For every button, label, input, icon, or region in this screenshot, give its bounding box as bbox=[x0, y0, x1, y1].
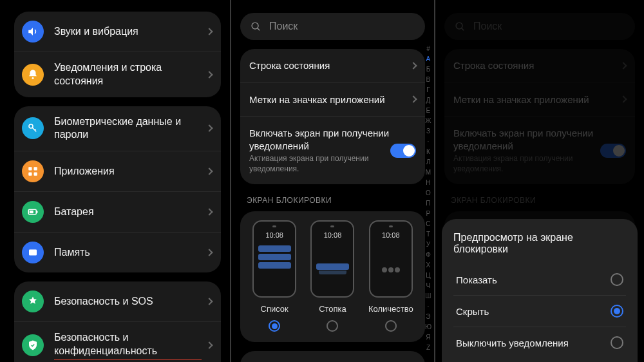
settings-group: Биометрические данные и паролиПриложения… bbox=[14, 106, 221, 273]
sheet-option[interactable]: Показать bbox=[453, 264, 626, 295]
alpha-index-letter[interactable]: М bbox=[425, 167, 431, 178]
radio-button[interactable] bbox=[327, 320, 338, 332]
alpha-index-letter[interactable]: · bbox=[425, 301, 431, 312]
alpha-index-letter[interactable]: У bbox=[425, 240, 431, 250]
alphabet-index[interactable]: #АБВГДЕЖЗ·КЛМНОПРСТУФХЦЧШ·ЭЮЯZ bbox=[425, 44, 431, 353]
chevron-right-icon bbox=[410, 96, 417, 103]
settings-row-label: Приложения bbox=[54, 165, 202, 178]
settings-row-label: Память bbox=[54, 246, 202, 260]
alpha-index-letter[interactable]: Г bbox=[425, 85, 431, 95]
lockscreen-style-option[interactable]: 10:08Стопка bbox=[304, 220, 361, 332]
alpha-index-letter[interactable]: Я bbox=[425, 332, 431, 343]
settings-group: Безопасность и SOSБезопасность и конфиде… bbox=[14, 281, 221, 362]
svg-rect-7 bbox=[37, 211, 38, 213]
alpha-index-letter[interactable]: З bbox=[425, 126, 431, 137]
lockscreen-style-option[interactable]: 10:08Список bbox=[245, 220, 303, 332]
alpha-index-letter[interactable]: Б bbox=[425, 64, 431, 75]
alpha-index-letter[interactable]: К bbox=[425, 147, 431, 157]
settings-row-bell[interactable]: Уведомления и строка состояния bbox=[14, 52, 221, 97]
settings-row-sos[interactable]: Безопасность и SOS bbox=[14, 281, 221, 321]
alpha-index-letter[interactable]: Z bbox=[425, 343, 431, 353]
sheet-option[interactable]: Выключить уведомления bbox=[453, 327, 626, 358]
chevron-right-icon bbox=[205, 342, 213, 349]
settings-row[interactable]: Включать экран при получении уведомлений… bbox=[240, 116, 425, 184]
alpha-index-letter[interactable]: О bbox=[425, 188, 431, 198]
alpha-index-letter[interactable]: Р bbox=[425, 209, 431, 219]
alpha-index-letter[interactable]: Ц bbox=[425, 271, 431, 281]
alpha-index-letter[interactable]: Л bbox=[425, 157, 431, 167]
search-placeholder: Поиск bbox=[269, 21, 298, 32]
alpha-index-letter[interactable]: Н bbox=[425, 178, 431, 188]
row-title: Включать экран при получении уведомлений bbox=[249, 127, 390, 152]
settings-row[interactable]: Включать экран при получении уведомлений… bbox=[444, 116, 635, 184]
style-label: Список bbox=[261, 304, 289, 314]
lockscreen-preview-row[interactable]: Предпросмотр на экране блокировки Скрыть bbox=[240, 351, 425, 362]
chevron-right-icon bbox=[410, 62, 417, 69]
settings-row-label: Биометрические данные и пароли bbox=[54, 115, 202, 142]
alpha-index-letter[interactable]: А bbox=[425, 54, 431, 64]
alpha-index-letter[interactable]: П bbox=[425, 198, 431, 209]
settings-row-shield[interactable]: Безопасность и конфиденциальность bbox=[14, 321, 221, 362]
svg-point-15 bbox=[456, 23, 462, 29]
row-title: Метки на значках приложений bbox=[453, 93, 616, 106]
memory-icon bbox=[22, 242, 44, 263]
settings-row[interactable]: Строка состояния bbox=[444, 49, 635, 82]
alpha-index-letter[interactable]: Ю bbox=[425, 322, 431, 332]
settings-row-label: Безопасность и конфиденциальность bbox=[54, 331, 202, 360]
toggle-switch[interactable] bbox=[390, 144, 416, 158]
search-input[interactable]: Поиск bbox=[240, 13, 425, 40]
alpha-index-letter[interactable]: Ш bbox=[425, 291, 431, 301]
svg-rect-10 bbox=[29, 250, 37, 252]
settings-row-battery[interactable]: Батарея bbox=[14, 191, 221, 232]
lockscreen-style-option[interactable]: 10:08Количество bbox=[362, 220, 419, 332]
alpha-index-letter[interactable]: Х bbox=[425, 260, 431, 271]
settings-row-key[interactable]: Биометрические данные и пароли bbox=[14, 106, 221, 151]
shield-icon bbox=[22, 334, 44, 356]
settings-row-sound[interactable]: Звуки и вибрация bbox=[14, 12, 221, 52]
svg-rect-2 bbox=[28, 167, 32, 170]
chevron-right-icon bbox=[205, 28, 213, 35]
alpha-index-letter[interactable]: Т bbox=[425, 229, 431, 240]
alpha-index-letter[interactable]: Ф bbox=[425, 250, 431, 260]
alpha-index-letter[interactable]: В bbox=[425, 75, 431, 85]
preview-options-sheet: Предпросмотр на экране блокировки Показа… bbox=[442, 219, 638, 362]
sheet-option[interactable]: Скрыть bbox=[453, 295, 626, 327]
svg-point-13 bbox=[252, 23, 258, 29]
row-title: Включать экран при получении уведомлений bbox=[453, 127, 600, 152]
row-title: Строка состояния bbox=[249, 59, 406, 72]
svg-rect-5 bbox=[34, 173, 37, 176]
alpha-index-letter[interactable]: Э bbox=[425, 312, 431, 322]
alpha-index-letter[interactable]: С bbox=[425, 219, 431, 229]
alpha-index-letter[interactable]: Д bbox=[425, 95, 431, 106]
option-label: Показать bbox=[456, 274, 497, 285]
settings-scroll[interactable]: Звуки и вибрацияУведомления и строка сос… bbox=[0, 0, 230, 362]
svg-line-16 bbox=[462, 28, 464, 30]
radio-button[interactable] bbox=[611, 273, 623, 286]
svg-point-0 bbox=[32, 77, 34, 79]
chevron-right-icon bbox=[620, 62, 627, 69]
alpha-index-letter[interactable]: Ч bbox=[425, 281, 431, 291]
notifications-panel: Поиск Строка состоянияМетки на значках п… bbox=[230, 0, 434, 362]
settings-row[interactable]: Метки на значках приложений bbox=[444, 82, 635, 117]
settings-row-apps[interactable]: Приложения bbox=[14, 151, 221, 191]
settings-row[interactable]: Метки на значках приложений bbox=[240, 82, 425, 117]
search-input[interactable]: Поиск bbox=[444, 13, 635, 40]
radio-button[interactable] bbox=[385, 320, 397, 332]
settings-row-memory[interactable]: Память bbox=[14, 232, 221, 272]
search-icon bbox=[251, 21, 261, 32]
toggle-switch[interactable] bbox=[600, 144, 626, 158]
alpha-index-letter[interactable]: # bbox=[425, 44, 431, 54]
settings-row[interactable]: Строка состояния bbox=[240, 49, 425, 82]
alpha-index-letter[interactable]: · bbox=[425, 137, 431, 147]
alpha-index-letter[interactable]: Е bbox=[425, 106, 431, 116]
chevron-right-icon bbox=[205, 125, 213, 132]
apps-icon bbox=[22, 160, 44, 182]
radio-button[interactable] bbox=[611, 305, 623, 318]
radio-button[interactable] bbox=[611, 336, 623, 349]
settings-row-label: Безопасность и SOS bbox=[54, 295, 202, 309]
alpha-index-letter[interactable]: Ж bbox=[425, 116, 431, 126]
sound-icon bbox=[22, 21, 44, 43]
sheet-title: Предпросмотр на экране блокировки bbox=[453, 232, 626, 255]
sos-icon bbox=[22, 291, 44, 312]
radio-button[interactable] bbox=[269, 320, 280, 332]
